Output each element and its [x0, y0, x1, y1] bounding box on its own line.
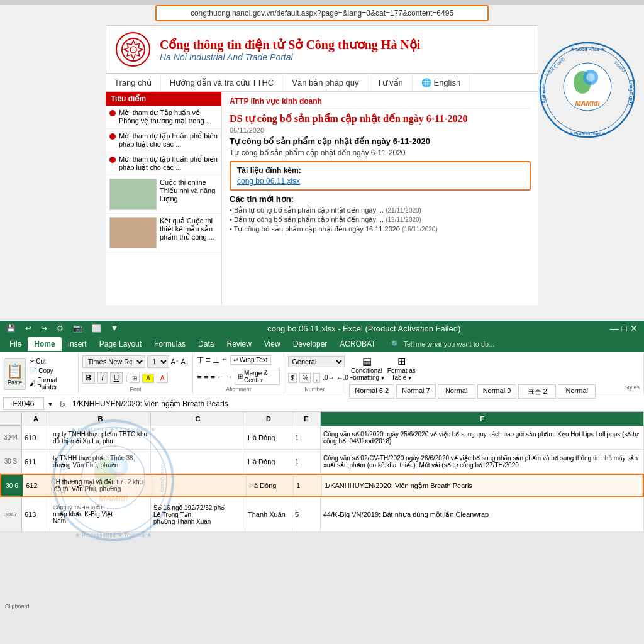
excel-save-icon[interactable]: 💾: [6, 324, 16, 333]
attachment-link[interactable]: cong bo 06.11.xlsx: [237, 177, 523, 186]
more-news-1[interactable]: Bản tự công bố sản phẩm cập nhật đến ngà…: [230, 206, 531, 214]
text-direction-button[interactable]: ↔: [221, 355, 228, 365]
address-bar[interactable]: congthuong.hanoi.gov.vn/default.aspx?pag…: [155, 5, 489, 21]
italic-button[interactable]: I: [97, 372, 107, 384]
font-size-selector[interactable]: 13: [147, 355, 169, 368]
news-item-2[interactable]: Mời tham dự tập huấn phổ biến pháp luật …: [106, 129, 221, 152]
cut-button[interactable]: ✂ Cut: [28, 357, 74, 365]
format-painter-button[interactable]: 🖌 Format Painter: [28, 376, 74, 391]
comma-button[interactable]: ,: [313, 373, 320, 383]
font-shrink-button[interactable]: A↓: [180, 358, 189, 365]
tab-developer[interactable]: Developer: [287, 337, 334, 351]
cell-c-306[interactable]: [152, 475, 247, 496]
cell-a-3047[interactable]: 613: [22, 497, 50, 531]
style-normal-8[interactable]: Normal: [438, 384, 475, 399]
cell-c-3047[interactable]: Số 16 ngõ 192/72/32 phố Lê Trọng Tấn, ph…: [151, 497, 245, 531]
tab-file[interactable]: File: [3, 337, 28, 351]
percent-button[interactable]: %: [299, 373, 311, 383]
minimize-icon[interactable]: —: [610, 323, 619, 333]
style-normal-7[interactable]: Normal 7: [396, 384, 436, 399]
cell-b-3047[interactable]: Công ty TNHH xuất nhập khẩu K-Big Việt N…: [50, 497, 151, 531]
expand-icon[interactable]: ▼: [47, 401, 53, 408]
cell-e-3044[interactable]: 1: [292, 426, 321, 449]
align-middle-button[interactable]: ≡: [206, 355, 211, 365]
cell-d-3047[interactable]: Thanh Xuân: [245, 497, 292, 531]
font-name-selector[interactable]: Times New Ro: [82, 355, 145, 368]
tab-view[interactable]: View: [258, 337, 287, 351]
col-header-c[interactable]: C: [151, 412, 245, 426]
highlight-button[interactable]: A: [142, 374, 154, 383]
cell-b-30s[interactable]: ty TNHH thực phẩm Thức 38, đường Văn Phú…: [50, 450, 151, 473]
style-normal-9[interactable]: Normal 9: [477, 384, 517, 399]
col-header-b[interactable]: B: [50, 412, 151, 426]
close-icon[interactable]: ✕: [630, 323, 638, 333]
bold-button[interactable]: B: [82, 372, 96, 384]
excel-camera-icon[interactable]: 📷: [73, 324, 82, 333]
cell-reference-input[interactable]: [3, 397, 44, 410]
cell-f-30s[interactable]: Công văn số 02/CV-TH/2020 ngày 26/6/2020…: [321, 450, 644, 473]
decrease-decimal-button[interactable]: .0→: [323, 374, 334, 381]
cell-f-3047[interactable]: 44/K-Big VN/2019: Bát nhựa dùng một lần …: [321, 497, 644, 531]
currency-button[interactable]: $: [288, 373, 297, 383]
excel-redo-icon[interactable]: ↪: [41, 324, 47, 333]
conditional-formatting-button[interactable]: ▤ Conditional Formatting ▾: [349, 355, 384, 381]
underline-button[interactable]: U: [110, 372, 123, 384]
nav-van-ban[interactable]: Văn bản pháp quy: [283, 74, 368, 91]
tab-insert[interactable]: Insert: [62, 337, 93, 351]
excel-undo-icon[interactable]: ↩: [25, 324, 31, 333]
nav-tu-van[interactable]: Tư vấn: [369, 74, 413, 91]
format-as-table-button[interactable]: ⊞ Format as Table ▾: [387, 355, 416, 381]
news-item-3[interactable]: Mời tham dự tập huấn phổ biến pháp luật …: [106, 152, 221, 175]
excel-customize-icon[interactable]: ⚙: [57, 324, 64, 333]
formula-input[interactable]: [72, 399, 641, 408]
tab-page-layout[interactable]: Page Layout: [93, 337, 148, 351]
maximize-icon[interactable]: □: [622, 323, 627, 333]
font-grow-button[interactable]: A↑: [171, 358, 179, 365]
excel-more-icon[interactable]: ⬜: [92, 324, 101, 333]
cell-a-306[interactable]: 612: [23, 475, 52, 496]
col-header-f[interactable]: F: [321, 412, 644, 426]
more-news-3[interactable]: Tự công bố sản phẩm cập nhật đến ngày 16…: [230, 225, 531, 233]
more-news-2[interactable]: Bản tự công bố sản phẩm cập nhật đến ngà…: [230, 216, 531, 224]
col-header-d[interactable]: D: [245, 412, 292, 426]
tab-data[interactable]: Data: [192, 337, 220, 351]
border-button[interactable]: ⊞: [130, 374, 140, 383]
tab-formulas[interactable]: Formulas: [148, 337, 192, 351]
number-format-selector[interactable]: General: [288, 356, 345, 367]
paste-button[interactable]: 📋 Paste: [4, 358, 26, 390]
increase-indent-button[interactable]: →: [226, 373, 233, 380]
copy-button[interactable]: 📄 Copy: [28, 367, 74, 375]
wrap-text-button[interactable]: ↵ Wrap Text: [230, 355, 271, 365]
cell-e-30s[interactable]: 1: [292, 450, 321, 473]
tab-review[interactable]: Review: [220, 337, 257, 351]
align-left-button[interactable]: ≡: [197, 372, 202, 381]
cell-a-30s[interactable]: 611: [22, 450, 50, 473]
cell-b-3044[interactable]: ng ty TNHH thực phẩm TBTC khu đô thị mới…: [50, 426, 151, 449]
merge-center-button[interactable]: ⊞ Merge & Center: [235, 369, 280, 385]
nav-trang-chu[interactable]: Trang chủ: [106, 74, 161, 91]
align-right-button[interactable]: ≡: [210, 372, 215, 381]
col-header-a[interactable]: A: [22, 412, 50, 426]
cell-f-306[interactable]: 1/KANHHUYEN/2020: Viên ngậm Breath Pearl…: [322, 475, 643, 496]
decrease-indent-button[interactable]: ←: [217, 373, 224, 380]
tell-me-input[interactable]: Tell me what you want to do...: [403, 340, 494, 348]
excel-dropdown-arrow[interactable]: ▼: [111, 324, 118, 333]
cell-f-3044[interactable]: Công văn số 01/2020 ngày 25/6/2020 về vi…: [321, 426, 644, 449]
align-center-button[interactable]: ≡: [204, 372, 209, 381]
tab-acrobat[interactable]: ACROBAT: [333, 337, 382, 351]
style-normal-last[interactable]: Normal: [558, 384, 596, 399]
news-item-img-2[interactable]: Kết quả Cuộc thi thiết kế mẫu sản phẩm t…: [106, 214, 221, 252]
news-item-img-1[interactable]: Cuộc thi online Thiếu nhi và năng lượng: [106, 175, 221, 214]
cell-d-30s[interactable]: Hà Đông: [245, 450, 292, 473]
font-color-button[interactable]: A: [157, 374, 169, 383]
style-normal-6-2[interactable]: Normal 6 2: [349, 384, 394, 399]
nav-english[interactable]: 🌐 English: [413, 74, 470, 91]
news-item-1[interactable]: Mời tham dự Tập huấn về Phòng vệ thương …: [106, 106, 221, 129]
align-bottom-button[interactable]: ⊥: [213, 355, 219, 365]
cell-b-306[interactable]: IH thương mại và đầu tư L2 khu đô thị Vă…: [52, 475, 152, 496]
nav-huong-dan[interactable]: Hướng dẫn và tra cứu TTHC: [161, 74, 283, 91]
align-top-button[interactable]: ⊤: [197, 355, 204, 365]
cell-d-306[interactable]: Hà Đông: [247, 475, 294, 496]
cell-d-3044[interactable]: Hà Đông: [245, 426, 292, 449]
cell-a-3044[interactable]: 610: [22, 426, 50, 449]
